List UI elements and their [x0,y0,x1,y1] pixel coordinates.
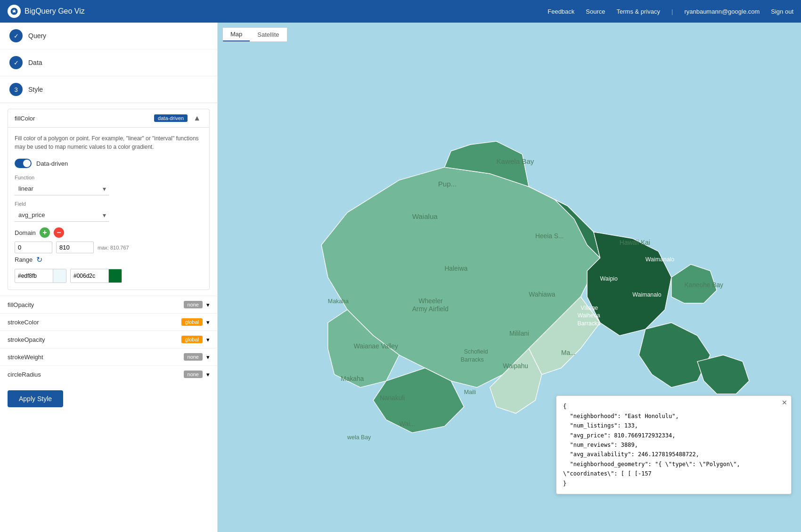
svg-text:Waimanalo: Waimanalo [632,291,661,298]
domain-add-btn[interactable]: + [40,227,50,238]
function-select-wrapper: linear interval categorical [15,182,109,195]
popup-brace-close: } [563,479,785,488]
field-select[interactable]: avg_price num_listings num_reviews [15,209,109,222]
step-query[interactable]: ✓ Query [0,23,217,49]
fill-color-header: fillColor data-driven ▲ [8,109,209,128]
fill-color-card: fillColor data-driven ▲ Fill color of a … [8,109,210,290]
domain-min-input[interactable] [15,242,52,253]
field-label: Field [15,201,203,207]
fill-opacity-badge: none [184,301,203,308]
stroke-opacity-row[interactable]: strokeOpacity global ▾ [0,330,217,348]
svg-text:Mililani: Mililani [509,330,529,337]
fill-opacity-label: fillOpacity [8,301,34,308]
popup-neighborhood: "neighborhood": "East Honolulu", [563,411,785,421]
range-row: Range ↻ [15,255,203,264]
fill-color-desc: Fill color of a polygon or point. For ex… [15,134,203,151]
svg-text:wela Bay: wela Bay [347,434,371,441]
tab-map[interactable]: Map [223,28,250,41]
fill-color-collapse-btn[interactable]: ▲ [191,114,203,122]
step-style-label: Style [28,86,43,93]
step-data-label: Data [28,59,42,66]
svg-text:Army Airfield: Army Airfield [412,306,449,313]
svg-text:Waihena: Waihena [577,312,600,319]
fill-color-body: Fill color of a polygon or point. For ex… [8,128,209,290]
stroke-color-right: global ▾ [181,318,210,326]
stroke-weight-label: strokeWeight [8,354,43,361]
function-label: Function [15,175,203,180]
svg-text:Waianae Valley: Waianae Valley [354,343,398,350]
tab-satellite[interactable]: Satellite [250,28,286,41]
step-data[interactable]: ✓ Data [0,49,217,76]
circle-radius-right: none ▾ [184,371,210,378]
svg-text:Wai...: Wai... [399,420,416,427]
svg-text:Nanakuli: Nanakuli [380,395,405,402]
domain-max-input[interactable] [56,242,94,253]
terms-link[interactable]: Terms & privacy [617,8,660,15]
circle-radius-row[interactable]: circleRadius none ▾ [0,365,217,383]
svg-text:Makaha: Makaha [328,298,349,305]
function-select[interactable]: linear interval categorical [15,182,109,195]
field-group: Field avg_price num_listings num_reviews [15,201,203,222]
fill-opacity-right: none ▾ [184,301,210,308]
svg-text:Barracks: Barracks [577,320,600,327]
color-to-wrapper [70,269,122,283]
circle-radius-chevron: ▾ [206,371,210,378]
header-nav: Feedback Source Terms & privacy | ryanba… [548,8,793,15]
domain-remove-btn[interactable]: − [54,227,64,238]
svg-text:Haleiwa: Haleiwa [444,265,467,272]
feedback-link[interactable]: Feedback [548,8,574,15]
domain-inputs: max: 810.767 [15,242,203,253]
stroke-color-chevron: ▾ [206,319,210,326]
field-select-wrapper: avg_price num_listings num_reviews [15,209,109,222]
color-from-input[interactable] [15,271,53,281]
svg-text:Wahiawa: Wahiawa [529,291,555,298]
svg-text:Schofield: Schofield [464,348,488,355]
domain-row: Domain + − [15,227,203,238]
stroke-opacity-chevron: ▾ [206,336,210,343]
stroke-weight-chevron: ▾ [206,354,210,361]
map-popup: ✕ { "neighborhood": "East Honolulu", "nu… [556,395,792,494]
stroke-color-row[interactable]: strokeColor global ▾ [0,313,217,330]
color-inputs [15,269,203,283]
style-section: fillColor data-driven ▲ Fill color of a … [0,109,217,415]
range-refresh-btn[interactable]: ↻ [36,255,42,264]
stroke-weight-row[interactable]: strokeWeight none ▾ [0,348,217,365]
color-from-wrapper [15,269,66,283]
color-to-input[interactable] [71,271,108,281]
fill-color-badge: data-driven [154,114,188,122]
stroke-opacity-label: strokeOpacity [8,336,45,343]
data-driven-toggle[interactable] [15,159,32,168]
svg-text:Waimanalo: Waimanalo [646,256,674,263]
step-style-header[interactable]: 3 Style [0,76,217,103]
svg-text:Kawela Bay: Kawela Bay [496,157,534,165]
popup-geometry: "neighborhood_geometry": "{ \"type\": \"… [563,459,785,479]
color-from-swatch[interactable] [53,269,66,282]
svg-text:Pup...: Pup... [438,180,457,188]
data-driven-toggle-row: Data-driven [15,159,203,168]
source-link[interactable]: Source [586,8,605,15]
sidebar: ✓ Query ✓ Data 3 Style fillColor data-dr… [0,23,218,532]
map-area: Map Satellite [218,23,801,532]
svg-text:Hawaii Kai: Hawaii Kai [620,239,650,246]
popup-content: { "neighborhood": "East Honolulu", "num_… [563,402,785,488]
stroke-color-label: strokeColor [8,319,39,326]
logo-icon [8,5,21,18]
svg-text:Kaneohe Bay: Kaneohe Bay [684,282,723,289]
app-title: BigQuery Geo Viz [25,7,85,16]
stroke-opacity-right: global ▾ [181,336,210,343]
svg-text:Wheeler: Wheeler [418,298,443,305]
apply-style-button[interactable]: Apply Style [8,390,63,407]
color-to-swatch[interactable] [108,269,122,282]
svg-text:Waipio: Waipio [600,275,618,282]
signout-link[interactable]: Sign out [771,8,793,15]
popup-avg-availability: "avg_availability": 246.1278195488722, [563,450,785,459]
function-group: Function linear interval categorical [15,175,203,195]
fill-opacity-row[interactable]: fillOpacity none ▾ [0,296,217,313]
svg-text:Maili: Maili [464,389,476,395]
svg-text:Barracks: Barracks [461,356,484,363]
svg-text:Ma...: Ma... [561,349,576,356]
popup-close-btn[interactable]: ✕ [782,399,787,406]
nav-divider: | [671,8,673,15]
svg-text:Makaha: Makaha [341,375,364,382]
step-style-circle: 3 [9,83,23,96]
